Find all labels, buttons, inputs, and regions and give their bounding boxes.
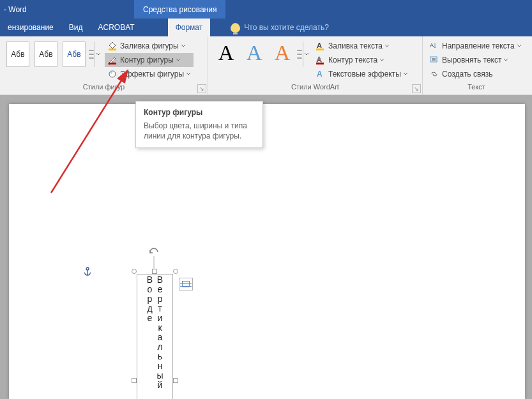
chevron-down-icon bbox=[379, 57, 384, 63]
layout-options-icon[interactable] bbox=[179, 278, 193, 290]
wordart-style-2[interactable]: A bbox=[240, 41, 268, 65]
textbox-selection[interactable]: Вертикальный текст в Ворде bbox=[134, 271, 176, 399]
group-text: A Направление текста Выровнять текст Соз… bbox=[423, 36, 530, 94]
shape-fill-button[interactable]: Заливка фигуры bbox=[105, 39, 194, 53]
shape-style-1[interactable]: Абв bbox=[6, 41, 29, 67]
svg-point-2 bbox=[109, 71, 116, 77]
document-area: Вертикальный текст в Ворде bbox=[0, 95, 532, 399]
shape-style-2[interactable]: Абв bbox=[34, 41, 57, 67]
group-label-text: Текст bbox=[427, 83, 526, 91]
chevron-down-icon bbox=[503, 57, 508, 63]
tooltip-body: Выбор цвета, ширины и типа линии для кон… bbox=[144, 121, 255, 141]
text-fill-button[interactable]: A Заливка текста bbox=[313, 39, 411, 53]
shape-style-gallery[interactable]: Абв Абв Абв bbox=[4, 39, 101, 67]
create-link-button[interactable]: Создать связь bbox=[427, 67, 524, 81]
bucket-icon bbox=[107, 41, 118, 51]
group-shape-styles: Абв Абв Абв Заливка фигуры Контур фигуры bbox=[0, 36, 208, 94]
ribbon: Абв Абв Абв Заливка фигуры Контур фигуры bbox=[0, 36, 532, 95]
gallery-more[interactable] bbox=[303, 41, 309, 67]
group-wordart-styles: A A A A Заливка текста A Контур текста bbox=[208, 36, 423, 94]
wordart-gallery[interactable]: A A A bbox=[212, 39, 309, 67]
handle-tl[interactable] bbox=[132, 269, 137, 274]
chevron-down-icon bbox=[181, 43, 186, 49]
svg-text:A: A bbox=[317, 70, 323, 79]
wordart-style-3[interactable]: A bbox=[268, 41, 296, 65]
app-title: - Word bbox=[0, 5, 27, 14]
gallery-scroll[interactable] bbox=[88, 41, 95, 67]
handle-tr[interactable] bbox=[173, 269, 178, 274]
chevron-down-icon bbox=[403, 72, 408, 77]
anchor-icon bbox=[83, 266, 92, 279]
shape-effects-button[interactable]: Эффекты фигуры bbox=[105, 67, 194, 81]
ribbon-tabs: ензирование Вид ACROBAT Формат Что вы хо… bbox=[0, 19, 532, 36]
chevron-down-icon bbox=[384, 43, 390, 49]
shape-style-3[interactable]: Абв bbox=[63, 41, 86, 67]
chevron-down-icon bbox=[186, 72, 191, 77]
svg-rect-1 bbox=[109, 63, 116, 64]
shape-outline-button[interactable]: Контур фигуры bbox=[105, 53, 194, 67]
text-outline-button[interactable]: A Контур текста bbox=[313, 53, 411, 67]
lightbulb-icon bbox=[231, 23, 240, 33]
tooltip-shape-outline: Контур фигуры Выбор цвета, ширины и типа… bbox=[135, 101, 263, 148]
gallery-scroll[interactable] bbox=[296, 49, 303, 60]
titlebar: - Word Средства рисования bbox=[0, 0, 532, 19]
page[interactable]: Вертикальный текст в Ворде bbox=[9, 104, 525, 399]
handle-tc[interactable] bbox=[152, 269, 157, 274]
dialog-launcher-shape-styles[interactable]: ↘ bbox=[197, 84, 206, 93]
handle-ml[interactable] bbox=[132, 378, 137, 383]
tab-format[interactable]: Формат bbox=[168, 19, 211, 36]
tooltip-title: Контур фигуры bbox=[144, 108, 255, 117]
text-direction-button[interactable]: A Направление текста bbox=[427, 39, 524, 53]
svg-text:A: A bbox=[317, 56, 322, 63]
tell-me-box[interactable]: Что вы хотите сделать? bbox=[223, 19, 337, 36]
gallery-more[interactable] bbox=[95, 41, 101, 67]
tab-review[interactable]: ензирование bbox=[0, 19, 61, 36]
textbox[interactable]: Вертикальный текст в Ворде bbox=[137, 274, 173, 399]
contextual-tab-drawing[interactable]: Средства рисования bbox=[134, 0, 225, 19]
group-label-shape-styles: Стили фигур bbox=[4, 83, 204, 91]
align-text-button[interactable]: Выровнять текст bbox=[427, 53, 524, 67]
svg-rect-0 bbox=[109, 49, 116, 50]
wordart-style-1[interactable]: A bbox=[212, 41, 240, 65]
word-window: - Word Средства рисования ензирование Ви… bbox=[0, 0, 532, 399]
svg-text:A: A bbox=[430, 42, 434, 49]
link-icon bbox=[429, 69, 439, 79]
effects-icon bbox=[107, 69, 118, 79]
svg-rect-7 bbox=[316, 63, 324, 64]
svg-point-3 bbox=[110, 72, 112, 74]
chevron-down-icon bbox=[517, 43, 522, 49]
svg-text:A: A bbox=[317, 41, 322, 49]
align-text-icon bbox=[429, 55, 439, 65]
textbox-text: Вертикальный текст в Ворде bbox=[137, 275, 172, 399]
group-label-wordart: Стили WordArt bbox=[212, 83, 418, 91]
svg-rect-10 bbox=[430, 57, 437, 62]
text-outline-icon: A bbox=[315, 55, 326, 65]
tab-acrobat[interactable]: ACROBAT bbox=[91, 19, 142, 36]
chevron-down-icon bbox=[176, 57, 181, 63]
text-effects-button[interactable]: A Текстовые эффекты bbox=[313, 67, 411, 81]
pen-icon bbox=[107, 55, 118, 65]
tab-view[interactable]: Вид bbox=[61, 19, 91, 36]
handle-mr[interactable] bbox=[173, 378, 178, 383]
svg-rect-5 bbox=[316, 49, 324, 50]
dialog-launcher-wordart[interactable]: ↘ bbox=[412, 84, 421, 93]
text-fill-icon: A bbox=[315, 41, 326, 51]
text-effects-icon: A bbox=[315, 69, 326, 79]
text-direction-icon: A bbox=[429, 41, 439, 51]
